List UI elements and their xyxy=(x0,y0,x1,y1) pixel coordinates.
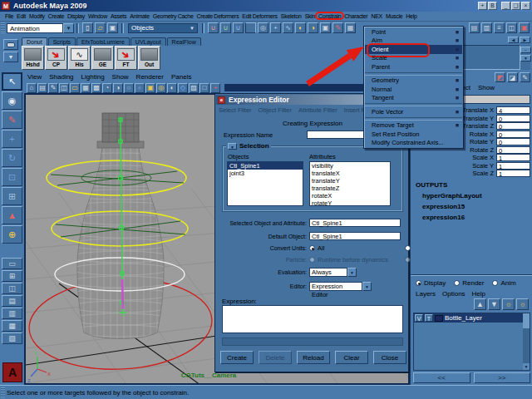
lasso-tool-icon[interactable]: ◉ xyxy=(2,91,22,110)
gate-mask-icon[interactable]: ▦ xyxy=(81,83,91,93)
create-button[interactable]: Create xyxy=(220,351,254,364)
constrain-menu-item[interactable]: Tangent ■ xyxy=(365,94,462,103)
menu-item[interactable]: Constrain xyxy=(317,13,342,19)
panel-menu-item[interactable]: Shading xyxy=(49,73,73,81)
menu-item[interactable]: Skeleton xyxy=(279,13,303,19)
option-box-icon[interactable]: ■ xyxy=(456,77,459,83)
paint-select-tool-icon[interactable]: ✎ xyxy=(2,111,22,129)
soft-mod-tool-icon[interactable]: ▲ xyxy=(2,206,22,224)
layer-list-scrollbar[interactable]: ▼ xyxy=(523,313,530,370)
constrain-menu-item[interactable]: Modify Constrained Axis... xyxy=(365,139,462,148)
menu-item[interactable]: Window xyxy=(86,13,109,19)
panel-menu-item[interactable]: Lighting xyxy=(81,73,105,81)
ui-toggle-icon-5[interactable]: ▣ xyxy=(519,22,530,33)
bookmark-icon[interactable]: ▤ xyxy=(37,83,47,93)
menu-item[interactable]: Create xyxy=(47,13,66,19)
constrain-menu-item[interactable]: Normal ■ xyxy=(365,85,462,94)
constrain-menu-item[interactable]: Set Rest Position xyxy=(365,130,462,139)
convert-units-other-radio[interactable] xyxy=(405,245,411,251)
hypergraph-layout-icon[interactable]: ▥ xyxy=(2,308,22,319)
expression-editor-menu-item[interactable]: Attribute Filter xyxy=(298,106,337,114)
move-tool-icon[interactable]: + xyxy=(2,130,22,148)
minimize-button[interactable]: _ xyxy=(501,2,510,10)
evaluation-dropdown[interactable]: Always ▼ xyxy=(309,268,357,277)
shelf-tab[interactable]: RealFlow xyxy=(167,37,201,46)
ui-toggle-icon-1[interactable]: ▤ xyxy=(469,22,480,33)
open-scene-icon[interactable]: ▱ xyxy=(95,22,106,33)
shelf-tab[interactable]: Scripts xyxy=(48,37,76,46)
menu-item[interactable]: Muscle xyxy=(384,13,404,19)
construction-history-icon[interactable]: ∿ xyxy=(283,22,293,33)
output-node[interactable]: expression15 xyxy=(422,203,482,210)
snap-curve-icon[interactable]: ∪ xyxy=(220,22,231,33)
ui-toggle-icon-3[interactable]: ≡ xyxy=(494,22,505,33)
panel-menu-item[interactable]: Show xyxy=(112,73,129,81)
menu-item[interactable]: NEX xyxy=(369,13,384,19)
universal-manipulator-icon[interactable]: ⊞ xyxy=(2,187,22,205)
scroll-down-icon[interactable]: ▼ xyxy=(390,199,391,205)
channel-box-toggle-icon[interactable]: ◩ xyxy=(495,72,505,82)
menu-item[interactable]: Create Deformers xyxy=(195,13,241,19)
attributes-list-item[interactable]: visibility xyxy=(310,162,390,170)
attributes-list-item[interactable]: rotateX xyxy=(310,192,390,200)
layer-mode-radio[interactable]: Anim xyxy=(492,279,515,287)
help-line-grip[interactable] xyxy=(1,387,5,398)
default-object-field[interactable]: Ctl_Spine1 xyxy=(309,232,401,240)
new-empty-layer-icon[interactable]: ☼ xyxy=(502,298,515,310)
persp-outliner-layout-icon[interactable]: ◫ xyxy=(2,283,22,294)
chevron-down-icon[interactable]: ▼ xyxy=(63,23,74,33)
output-node[interactable]: expression16 xyxy=(422,214,482,221)
option-box-icon[interactable]: ■ xyxy=(456,95,459,101)
channel-label[interactable]: Scale X xyxy=(413,154,496,161)
editor-dropdown[interactable]: Expression Editor ▼ xyxy=(309,282,372,291)
constrain-menu-item[interactable]: Parent ■ xyxy=(365,62,462,71)
option-box-icon[interactable]: ■ xyxy=(456,109,459,115)
channel-layer-toggle-icon[interactable]: ✎ xyxy=(520,72,530,82)
paint-effects-icon[interactable]: ✎ xyxy=(332,22,343,33)
shadows-icon[interactable]: ◐ xyxy=(167,83,177,93)
shelf-button-hshd[interactable]: Hshd xyxy=(22,46,44,70)
channel-value-field[interactable]: 0 xyxy=(496,146,530,154)
shaded-icon[interactable]: ● xyxy=(135,83,145,93)
menu-item[interactable]: Edit Deformers xyxy=(240,13,278,19)
joints-icon[interactable]: + xyxy=(210,83,220,93)
panel-menu-item[interactable]: Panels xyxy=(171,73,191,81)
collapse-triangle-icon[interactable]: ▼ xyxy=(228,143,237,150)
scrollbar-thumb[interactable] xyxy=(523,313,530,328)
persp-relationship-layout-icon[interactable]: ▦ xyxy=(2,320,22,332)
render-current-frame-icon[interactable]: ◐ xyxy=(295,22,306,33)
shelf-tab[interactable]: EfxToolsLumiere xyxy=(76,37,130,46)
snap-point-icon[interactable]: ∪ xyxy=(233,22,244,33)
option-box-icon[interactable]: ■ xyxy=(456,29,459,35)
rotate-tool-icon[interactable]: ↻ xyxy=(2,149,22,167)
channel-value-field[interactable]: 0 xyxy=(496,115,530,122)
attributes-scrollbar[interactable]: ▲ ▼ xyxy=(390,162,391,205)
restore-button[interactable]: ❑ xyxy=(511,2,520,10)
constrain-menu-item[interactable]: Geometry ■ xyxy=(365,76,462,86)
collapse-icon[interactable]: − xyxy=(520,47,531,53)
new-layer-selected-icon[interactable]: ☼ xyxy=(516,298,529,310)
select-tool-icon[interactable]: ↖ xyxy=(2,72,22,91)
channel-value-field[interactable]: 4 xyxy=(496,106,530,114)
channel-value-field[interactable]: 0 xyxy=(496,131,530,138)
constrain-menu-item[interactable]: Point ■ xyxy=(365,27,462,37)
shelf-tab[interactable]: UVLayout xyxy=(131,37,166,46)
shelf-button-ge[interactable]: GE xyxy=(91,46,114,70)
menu-set-selector[interactable]: Animation ▼ xyxy=(7,23,74,33)
layer-template-toggle[interactable]: T xyxy=(425,314,433,322)
menu-item[interactable]: Edit xyxy=(15,13,27,19)
ui-toggle-icon-2[interactable]: ▥ xyxy=(481,22,492,33)
layer-row[interactable]: V T Bottle_Layer xyxy=(414,313,530,323)
layer-visibility-toggle[interactable]: V xyxy=(415,314,423,322)
safe-action-icon[interactable]: ◔ xyxy=(102,83,112,93)
shelf-button-ft[interactable]: FT xyxy=(115,46,137,70)
status-line-grip[interactable] xyxy=(1,22,5,33)
layer-editor-menu-item[interactable]: Help xyxy=(472,290,485,298)
shelf-button-out[interactable]: Out xyxy=(138,46,160,70)
shelf-scroll-left-icon[interactable]: ◀ xyxy=(508,37,519,43)
channel-value-field[interactable]: 0 xyxy=(496,138,530,145)
render-settings-icon[interactable]: ▣ xyxy=(320,22,331,33)
shelf-selector-icon[interactable] xyxy=(3,39,18,50)
scale-tool-icon[interactable]: ⊡ xyxy=(2,168,22,186)
menu-item[interactable]: Help xyxy=(404,13,418,19)
